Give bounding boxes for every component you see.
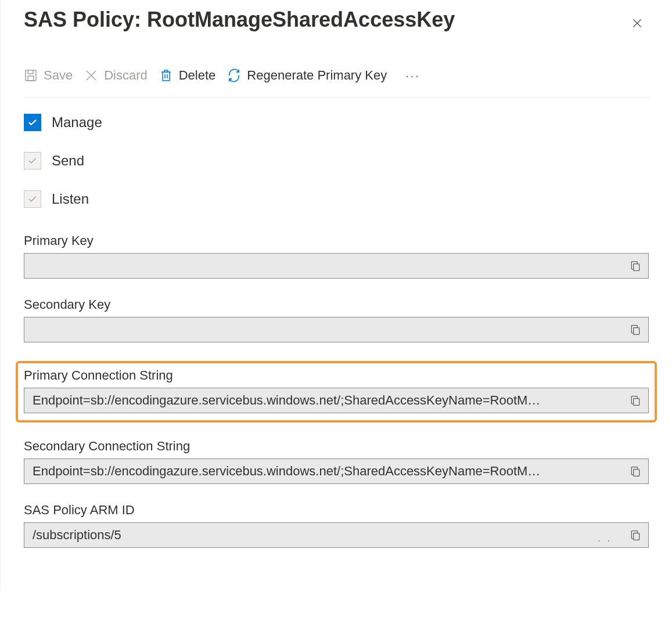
arm-id-copy-button[interactable] (623, 523, 648, 547)
listen-checkbox[interactable] (24, 190, 41, 208)
listen-label: Listen (52, 191, 89, 207)
svg-rect-6 (634, 533, 639, 540)
copy-icon (630, 529, 641, 541)
check-icon (27, 194, 38, 204)
secondary-connection-row (24, 459, 649, 484)
copy-icon (630, 324, 641, 335)
svg-rect-3 (634, 328, 639, 335)
save-button[interactable]: Save (24, 64, 82, 86)
delete-label: Delete (179, 68, 216, 83)
svg-rect-5 (634, 470, 639, 476)
secondary-key-label: Secondary Key (24, 297, 649, 312)
copy-icon (630, 395, 641, 406)
svg-rect-2 (634, 264, 639, 271)
primary-connection-label: Primary Connection String (24, 368, 649, 383)
panel-title: SAS Policy: RootManageSharedAccessKey (24, 7, 455, 32)
primary-key-copy-button[interactable] (623, 254, 648, 278)
discard-label: Discard (104, 68, 148, 83)
sas-policy-panel: SAS Policy: RootManageSharedAccessKey Sa… (0, 0, 672, 590)
svg-rect-1 (28, 76, 34, 81)
secondary-connection-field: Secondary Connection String (24, 439, 649, 484)
secondary-key-input[interactable] (24, 317, 623, 342)
delete-icon (159, 68, 173, 82)
arm-id-input[interactable] (24, 523, 598, 547)
more-button[interactable]: ··· (398, 66, 427, 86)
manage-checkbox[interactable] (24, 114, 41, 131)
close-icon (631, 17, 643, 29)
toolbar: Save Discard Delete Regenerate Primary K… (24, 64, 649, 98)
panel-header: SAS Policy: RootManageSharedAccessKey (24, 7, 649, 37)
secondary-key-field: Secondary Key (24, 297, 649, 342)
secondary-connection-label: Secondary Connection String (24, 439, 649, 454)
permission-send: Send (24, 152, 649, 169)
check-icon (27, 117, 38, 128)
primary-connection-copy-button[interactable] (623, 388, 648, 413)
save-icon (24, 68, 38, 82)
save-label: Save (44, 68, 73, 83)
regenerate-button[interactable]: Regenerate Primary Key (227, 64, 396, 86)
permission-manage: Manage (24, 114, 649, 131)
primary-connection-row (24, 388, 649, 413)
secondary-key-row (24, 317, 649, 342)
svg-rect-4 (634, 399, 639, 406)
primary-key-input[interactable] (24, 254, 623, 278)
check-icon (27, 156, 38, 166)
send-checkbox[interactable] (24, 152, 41, 169)
delete-button[interactable]: Delete (159, 64, 225, 86)
primary-key-field: Primary Key (24, 233, 649, 279)
discard-button[interactable]: Discard (84, 64, 157, 86)
copy-icon (630, 465, 641, 477)
arm-id-label: SAS Policy ARM ID (24, 503, 649, 518)
copy-icon (630, 260, 641, 272)
primary-connection-input[interactable] (24, 388, 623, 413)
regenerate-label: Regenerate Primary Key (247, 68, 387, 83)
more-icon: ··· (405, 69, 421, 82)
refresh-icon (227, 68, 241, 82)
send-label: Send (52, 153, 84, 169)
svg-rect-0 (26, 70, 36, 81)
truncation-dots: .. (598, 533, 623, 547)
primary-connection-highlight: Primary Connection String (16, 361, 657, 423)
secondary-connection-copy-button[interactable] (623, 459, 648, 483)
permission-listen: Listen (24, 190, 649, 208)
discard-icon (84, 68, 98, 82)
arm-id-row: .. (24, 522, 649, 548)
arm-id-field: SAS Policy ARM ID .. (24, 503, 649, 548)
secondary-connection-input[interactable] (24, 459, 623, 483)
primary-key-row (24, 253, 649, 279)
primary-key-label: Primary Key (24, 233, 649, 248)
secondary-key-copy-button[interactable] (623, 317, 648, 342)
manage-label: Manage (52, 114, 102, 131)
primary-connection-field: Primary Connection String (24, 368, 649, 413)
close-button[interactable] (626, 12, 649, 37)
